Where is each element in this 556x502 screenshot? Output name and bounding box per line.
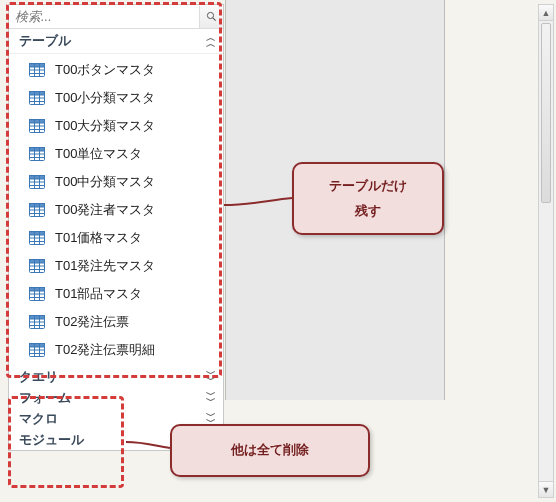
table-icon	[29, 315, 45, 329]
svg-rect-15	[30, 120, 45, 124]
svg-rect-57	[30, 316, 45, 320]
nav-item-table[interactable]: T01部品マスタ	[9, 280, 223, 308]
nav-item-table[interactable]: T00中分類マスタ	[9, 168, 223, 196]
table-icon	[29, 343, 45, 357]
search-icon	[206, 10, 217, 23]
table-icon	[29, 231, 45, 245]
svg-point-0	[207, 12, 213, 18]
chevron-up-icon	[206, 35, 215, 47]
callout-keep-tables: テーブルだけ 残す	[292, 162, 444, 235]
group-header-tables[interactable]: テーブル	[9, 29, 223, 54]
svg-rect-39	[30, 232, 45, 236]
navigation-pane: テーブル T00ボタンマスタT00小分類マスタT00大分類マスタT00単位マスタ…	[8, 4, 224, 451]
chevron-down-icon	[206, 392, 215, 404]
nav-item-table[interactable]: T00発注者マスタ	[9, 196, 223, 224]
nav-item-table[interactable]: T02発注伝票	[9, 308, 223, 336]
svg-rect-3	[30, 64, 45, 68]
nav-item-table[interactable]: T01発注先マスタ	[9, 252, 223, 280]
nav-item-table[interactable]: T00大分類マスタ	[9, 112, 223, 140]
nav-item-label: T01価格マスタ	[55, 229, 142, 247]
nav-item-label: T01発注先マスタ	[55, 257, 155, 275]
group-header-collapsed[interactable]: クエリ	[9, 366, 223, 387]
scroll-down-arrow[interactable]: ▼	[539, 481, 553, 497]
table-icon	[29, 63, 45, 77]
callout-delete-others: 他は全て削除	[170, 424, 370, 477]
svg-line-1	[213, 18, 216, 21]
scroll-thumb[interactable]	[541, 23, 551, 203]
svg-rect-27	[30, 176, 45, 180]
callout-text: テーブルだけ	[312, 174, 424, 199]
chevron-down-icon	[206, 371, 215, 383]
nav-item-label: T02発注伝票	[55, 313, 129, 331]
group-label: フォーム	[19, 389, 71, 407]
svg-rect-9	[30, 92, 45, 96]
svg-rect-45	[30, 260, 45, 264]
table-icon	[29, 203, 45, 217]
group-header-collapsed[interactable]: フォーム	[9, 387, 223, 408]
nav-item-label: T02発注伝票明細	[55, 341, 155, 359]
callout-text: 残す	[312, 199, 424, 224]
search-row	[9, 5, 223, 29]
callout-text: 他は全て削除	[231, 442, 309, 457]
nav-item-table[interactable]: T00小分類マスタ	[9, 84, 223, 112]
table-icon	[29, 259, 45, 273]
nav-item-label: T00中分類マスタ	[55, 173, 155, 191]
scroll-up-arrow[interactable]: ▲	[539, 5, 553, 21]
tables-item-list: T00ボタンマスタT00小分類マスタT00大分類マスタT00単位マスタT00中分…	[9, 54, 223, 366]
table-icon	[29, 175, 45, 189]
svg-rect-21	[30, 148, 45, 152]
nav-item-table[interactable]: T01価格マスタ	[9, 224, 223, 252]
table-icon	[29, 147, 45, 161]
nav-item-table[interactable]: T00ボタンマスタ	[9, 56, 223, 84]
svg-rect-33	[30, 204, 45, 208]
nav-item-table[interactable]: T02発注伝票明細	[9, 336, 223, 364]
group-label: モジュール	[19, 431, 84, 449]
nav-item-label: T00大分類マスタ	[55, 117, 155, 135]
table-icon	[29, 287, 45, 301]
vertical-scrollbar[interactable]: ▲ ▼	[538, 4, 554, 498]
table-icon	[29, 119, 45, 133]
search-input[interactable]	[9, 7, 199, 26]
group-label: マクロ	[19, 410, 58, 428]
svg-rect-51	[30, 288, 45, 292]
nav-item-label: T00小分類マスタ	[55, 89, 155, 107]
group-label: クエリ	[19, 368, 58, 386]
nav-item-label: T00発注者マスタ	[55, 201, 155, 219]
svg-rect-63	[30, 344, 45, 348]
nav-item-label: T00単位マスタ	[55, 145, 142, 163]
table-icon	[29, 91, 45, 105]
nav-item-label: T01部品マスタ	[55, 285, 142, 303]
nav-item-table[interactable]: T00単位マスタ	[9, 140, 223, 168]
search-button[interactable]	[199, 6, 223, 28]
group-label: テーブル	[19, 32, 71, 50]
nav-item-label: T00ボタンマスタ	[55, 61, 155, 79]
